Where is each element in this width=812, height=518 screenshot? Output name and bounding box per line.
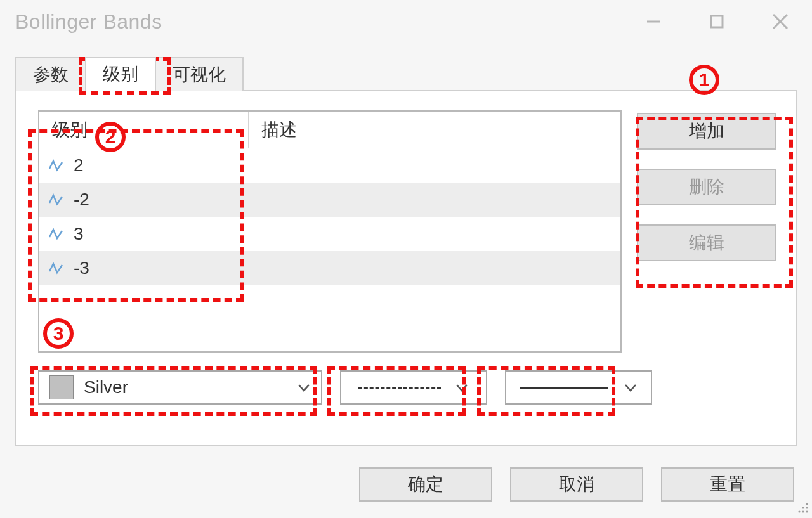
svg-point-9 — [806, 510, 808, 512]
color-select[interactable]: Silver — [38, 370, 322, 405]
side-buttons: 增加 删除 编辑 — [637, 110, 776, 353]
maximize-icon — [709, 14, 724, 29]
levels-table-header: 级别 描述 — [39, 112, 620, 148]
dialog-buttons: 确定 取消 重置 — [359, 467, 794, 502]
cancel-button[interactable]: 取消 — [510, 467, 643, 502]
tab-strip: 参数 级别 可视化 — [15, 56, 797, 91]
reset-button[interactable]: 重置 — [661, 467, 794, 502]
table-row[interactable]: 3 — [39, 217, 620, 251]
wave-icon — [48, 159, 65, 172]
chevron-down-icon — [455, 380, 469, 394]
dashed-line-icon — [358, 387, 441, 389]
wave-icon — [48, 193, 65, 207]
svg-point-6 — [806, 507, 808, 508]
svg-point-5 — [802, 507, 804, 508]
tab-parameters[interactable]: 参数 — [15, 57, 86, 91]
tab-visualization[interactable]: 可视化 — [155, 57, 244, 91]
line-style-select[interactable] — [340, 370, 487, 405]
svg-point-8 — [802, 510, 804, 512]
level-value: 2 — [74, 155, 84, 176]
header-level[interactable]: 级别 — [39, 112, 249, 148]
close-icon — [771, 12, 790, 31]
style-row: Silver — [38, 370, 776, 405]
color-name: Silver — [84, 377, 128, 398]
close-button[interactable] — [749, 0, 812, 43]
wave-icon — [48, 261, 65, 275]
maximize-button[interactable] — [685, 0, 749, 43]
level-value: -3 — [74, 258, 89, 278]
table-row[interactable]: 2 — [39, 148, 620, 183]
resize-grip-icon[interactable] — [796, 500, 809, 517]
add-button[interactable]: 增加 — [637, 113, 776, 150]
table-row[interactable]: -2 — [39, 183, 620, 217]
minimize-button[interactable] — [622, 0, 685, 43]
tab-levels[interactable]: 级别 — [85, 57, 156, 91]
level-value: 3 — [74, 224, 84, 244]
levels-table[interactable]: 级别 描述 2 — [38, 110, 622, 353]
window-title: Bollinger Bands — [15, 10, 162, 34]
title-bar: Bollinger Bands — [0, 0, 812, 43]
ok-button[interactable]: 确定 — [359, 467, 492, 502]
svg-rect-1 — [711, 16, 723, 27]
minimize-icon — [645, 13, 662, 30]
table-row[interactable]: -3 — [39, 251, 620, 285]
solid-line-icon — [520, 387, 608, 389]
svg-point-4 — [806, 503, 808, 505]
level-value: -2 — [74, 190, 89, 210]
line-width-select[interactable] — [505, 370, 652, 405]
chevron-down-icon — [624, 380, 638, 394]
svg-point-7 — [798, 510, 800, 512]
window-controls — [622, 0, 812, 43]
tab-container: 参数 级别 可视化 级别 描述 2 — [0, 43, 812, 446]
header-desc[interactable]: 描述 — [249, 112, 620, 148]
wave-icon — [48, 227, 65, 241]
chevron-down-icon — [297, 380, 311, 394]
color-swatch-icon — [49, 375, 74, 399]
edit-button[interactable]: 编辑 — [637, 224, 776, 261]
delete-button[interactable]: 删除 — [637, 169, 776, 205]
levels-panel: 级别 描述 2 — [15, 91, 797, 446]
